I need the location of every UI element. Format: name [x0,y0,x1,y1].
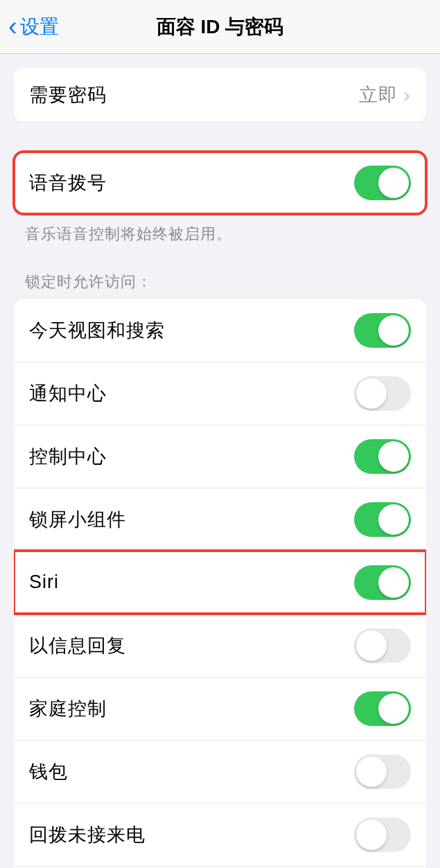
toggle-knob [356,820,387,850]
voice-dial-toggle[interactable] [354,166,411,200]
home-control-label: 家庭控制 [29,696,107,721]
siri-row: Siri [14,551,426,614]
require-passcode-group: 需要密码 立即 › [14,68,426,121]
chevron-left-icon: ‹ [8,12,17,42]
lock-screen-widgets-toggle[interactable] [354,502,411,537]
voice-dial-label: 语音拨号 [29,170,107,195]
wallet-toggle[interactable] [354,754,411,789]
settings-content: 需要密码 立即 › 语音拨号 音乐语音控制将始终被启用。 锁定时允许访问： 今天… [0,54,440,868]
reply-message-row: 以信息回复 [14,614,426,677]
siri-label: Siri [29,572,59,593]
voice-dial-group: 语音拨号 [14,152,426,214]
toggle-knob [378,441,409,472]
toggle-knob [356,756,387,787]
reply-message-label: 以信息回复 [29,633,126,658]
lock-screen-widgets-label: 锁屏小组件 [29,507,126,532]
wallet-row: 钱包 [14,740,426,803]
toggle-knob [378,168,409,198]
return-missed-calls-label: 回拨未接来电 [29,822,146,847]
toggle-knob [378,693,409,724]
home-control-row: 家庭控制 [14,677,426,740]
back-label: 设置 [20,14,59,40]
toggle-knob [356,630,387,661]
lock-screen-widgets-row: 锁屏小组件 [14,488,426,551]
home-control-toggle[interactable] [354,691,411,726]
chevron-right-icon: › [403,83,411,107]
require-passcode-row[interactable]: 需要密码 立即 › [14,68,426,121]
today-view-row: 今天视图和搜索 [14,299,426,362]
reply-message-toggle[interactable] [354,628,411,663]
notification-center-row: 通知中心 [14,362,426,425]
page-title: 面容 ID 与密码 [157,14,284,40]
siri-toggle[interactable] [354,565,411,600]
locked-access-group: 今天视图和搜索 通知中心 控制中心 锁屏小组件 Siri [14,299,426,868]
voice-dial-row: 语音拨号 [14,152,426,214]
require-passcode-value: 立即 › [359,82,411,107]
control-center-row: 控制中心 [14,425,426,488]
notification-center-toggle[interactable] [354,376,411,411]
toggle-knob [378,315,409,346]
nav-header: ‹ 设置 面容 ID 与密码 [0,0,440,54]
return-missed-calls-row: 回拨未接来电 [14,803,426,866]
back-button[interactable]: ‹ 设置 [0,12,59,42]
notification-center-label: 通知中心 [29,381,107,406]
control-center-label: 控制中心 [29,444,107,469]
toggle-knob [378,567,409,598]
today-view-toggle[interactable] [354,313,411,348]
return-missed-calls-toggle[interactable] [354,817,411,852]
locked-access-header: 锁定时允许访问： [0,262,440,299]
wallet-label: 钱包 [29,759,68,784]
require-passcode-label: 需要密码 [29,82,107,107]
control-center-toggle[interactable] [354,439,411,474]
today-view-label: 今天视图和搜索 [29,318,165,343]
voice-dial-footer: 音乐语音控制将始终被启用。 [0,220,440,262]
toggle-knob [378,504,409,535]
toggle-knob [356,378,387,409]
